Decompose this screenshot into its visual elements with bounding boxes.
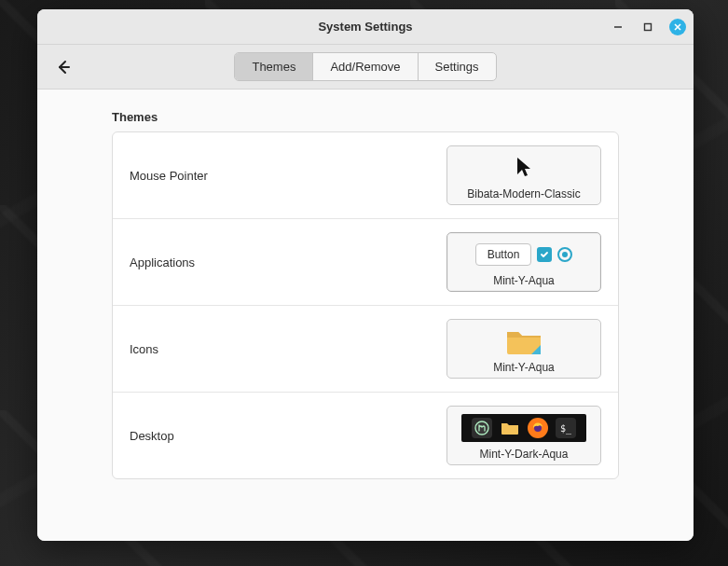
row-mouse-pointer: Mouse Pointer Bibata-Modern-Classic	[113, 132, 618, 219]
svg-rect-1	[645, 23, 652, 30]
tab-add-remove[interactable]: Add/Remove	[313, 53, 418, 80]
row-desktop: Desktop $_	[113, 393, 618, 478]
desktop-selector[interactable]: $_ Mint-Y-Dark-Aqua	[446, 406, 601, 465]
panel-preview: $_	[461, 414, 586, 442]
maximize-icon	[643, 22, 652, 32]
titlebar: System Settings	[37, 9, 694, 45]
folder-preview	[455, 325, 593, 357]
applications-selector[interactable]: Button Mint-Y-Aqua	[446, 232, 601, 292]
terminal-tray-icon: $_	[556, 418, 576, 438]
row-icons: Icons Mint-Y-Aqua	[113, 306, 618, 393]
desktop-preview: $_	[455, 412, 593, 444]
preview-button-chip: Button	[475, 243, 532, 266]
radio-icon	[557, 247, 572, 262]
window-controls	[610, 9, 686, 44]
close-icon	[673, 22, 682, 32]
row-label: Mouse Pointer	[130, 169, 208, 183]
content-area: Themes Mouse Pointer Bibata-Modern-Class…	[37, 90, 694, 541]
tab-settings[interactable]: Settings	[419, 53, 496, 80]
minimize-icon	[613, 22, 623, 32]
window-title: System Settings	[318, 20, 412, 34]
maximize-button[interactable]	[639, 19, 656, 35]
selector-caption: Mint-Y-Aqua	[493, 361, 555, 374]
tab-themes[interactable]: Themes	[235, 53, 313, 80]
folder-tray-icon	[500, 418, 520, 438]
selector-caption: Mint-Y-Dark-Aqua	[480, 448, 569, 461]
toolbar: Themes Add/Remove Settings	[37, 45, 694, 90]
row-label: Desktop	[130, 429, 174, 443]
icons-selector[interactable]: Mint-Y-Aqua	[446, 319, 601, 379]
selector-caption: Bibata-Modern-Classic	[467, 187, 580, 200]
firefox-tray-icon	[528, 418, 548, 438]
settings-window: System Settings Themes Add/Remove Settin…	[37, 9, 694, 541]
selector-caption: Mint-Y-Aqua	[493, 274, 555, 287]
row-applications: Applications Button Mint-Y-Aqua	[113, 219, 618, 306]
minimize-button[interactable]	[610, 19, 626, 35]
svg-point-5	[475, 421, 488, 435]
applications-preview: Button	[455, 239, 593, 270]
section-heading: Themes	[112, 110, 619, 124]
close-button[interactable]	[669, 19, 686, 35]
checkbox-icon	[537, 247, 552, 262]
row-label: Applications	[130, 255, 195, 269]
mint-logo-icon	[472, 418, 492, 438]
row-label: Icons	[130, 342, 158, 356]
folder-icon	[505, 326, 543, 356]
back-button[interactable]	[50, 54, 76, 80]
cursor-preview	[455, 152, 593, 184]
arrow-left-icon	[55, 59, 72, 76]
cursor-icon	[514, 156, 534, 180]
tab-group: Themes Add/Remove Settings	[234, 52, 496, 81]
themes-list: Mouse Pointer Bibata-Modern-Classic Appl…	[112, 131, 619, 479]
mouse-pointer-selector[interactable]: Bibata-Modern-Classic	[446, 145, 601, 205]
